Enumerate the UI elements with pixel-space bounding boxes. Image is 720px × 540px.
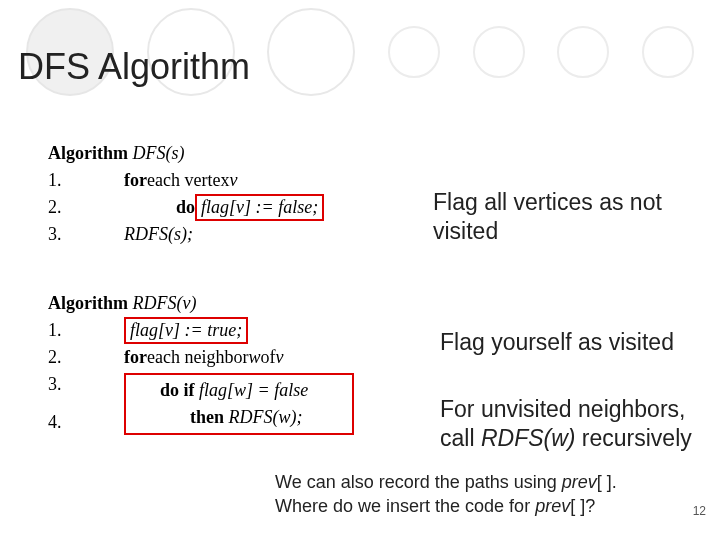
text: We can also record the paths using	[275, 472, 562, 492]
var-prev: prev	[535, 496, 570, 516]
text: recursively	[575, 425, 691, 451]
algo-keyword: Algorithm	[48, 143, 133, 163]
annotation-flag-self: Flag yourself as visited	[440, 328, 720, 357]
text: [ ].	[597, 472, 617, 492]
var: v	[275, 344, 283, 371]
highlight-flag-true: flag[v] := true;	[124, 317, 248, 344]
kw-for: for	[124, 167, 147, 194]
line-num: 2.	[48, 194, 72, 221]
circle	[388, 26, 440, 78]
call: RDFS(w);	[229, 407, 303, 427]
page-number: 12	[693, 504, 706, 518]
footer-question: We can also record the paths using prev[…	[275, 470, 695, 519]
var: v	[229, 167, 237, 194]
circle	[473, 26, 525, 78]
cond: flag[w] = false	[199, 380, 308, 400]
highlight-flag-false: flag[v] := false;	[195, 194, 324, 221]
line-num: 3.	[48, 221, 72, 248]
algo-keyword: Algorithm	[48, 293, 133, 313]
annotation-recurse: For unvisited neighbors, call RDFS(w) re…	[440, 395, 720, 453]
call-rdfs: RDFS(s);	[124, 221, 193, 248]
circle	[557, 26, 609, 78]
algo-name: DFS(s)	[133, 143, 185, 163]
kw-doif: do if	[160, 380, 199, 400]
slide-title: DFS Algorithm	[18, 46, 250, 88]
algo-name: RDFS(v)	[133, 293, 197, 313]
annotation-flag-all: Flag all vertices as not visited	[433, 188, 703, 246]
var: w	[248, 344, 260, 371]
circle	[642, 26, 694, 78]
var-prev: prev	[562, 472, 597, 492]
text: each neighbor	[147, 344, 248, 371]
highlight-recurse-block: do if flag[w] = false then RDFS(w);	[124, 373, 354, 435]
kw-do: do	[176, 194, 195, 221]
text: Where do we insert the code for	[275, 496, 535, 516]
call: RDFS(w)	[481, 425, 576, 451]
kw-then: then	[190, 407, 229, 427]
line-num: 4.	[48, 409, 72, 436]
algorithm-rdfs: Algorithm RDFS(v) 1.flag[v] := true; 2.f…	[48, 290, 388, 436]
circle	[267, 8, 355, 96]
algorithm-dfs: Algorithm DFS(s) 1.for each vertex v 2.d…	[48, 140, 388, 248]
text: [ ]?	[570, 496, 595, 516]
line-num: 1.	[48, 317, 72, 344]
line-num: 1.	[48, 167, 72, 194]
line-num: 2.	[48, 344, 72, 371]
kw-for: for	[124, 344, 147, 371]
text: each vertex	[147, 167, 229, 194]
text: of	[260, 344, 275, 371]
